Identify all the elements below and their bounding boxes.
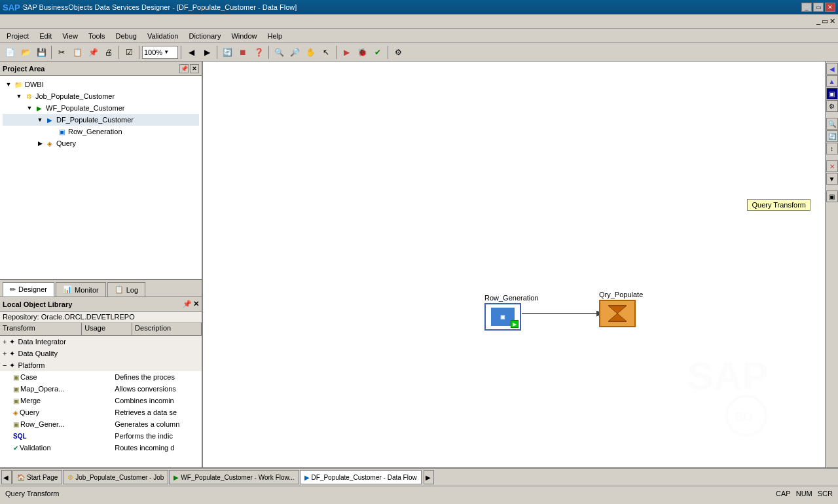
window-controls: _ ▭ ✕ [801,3,835,12]
tree-item-df[interactable]: ▼ ▶ DF_Populate_Customer [3,114,199,126]
back-btn[interactable]: ◀ [184,45,198,60]
menu-help[interactable]: Help [263,31,288,41]
left-panel: Project Area 📌 ✕ ▼ 📁 DWBI ▼ ⚙ Job_Popul [0,62,203,467]
menu-validation[interactable]: Validation [142,31,184,41]
tab-designer[interactable]: ✏ Designer [3,282,54,297]
zoom-box[interactable]: 100% ▼ [142,46,178,59]
group-data-quality[interactable]: + ✦ Data Quality [0,348,202,359]
stop-btn[interactable]: ⏹ [236,45,250,60]
menu-debug[interactable]: Debug [111,31,142,41]
inner-close-btn[interactable]: ✕ [829,17,835,26]
nav-prev[interactable]: ◀ [1,470,12,484]
lib-row-sql[interactable]: SQL Performs the indic [0,430,202,442]
toolbar-1: 📄 📂 💾 ✂ 📋 📌 🖨 ☑ 100% ▼ ◀ ▶ 🔄 ⏹ ❓ 🔍 🔎 ✋ ↖… [0,43,838,62]
rsb-btn-2[interactable]: ▲ [826,75,838,87]
tree-item-dwbi[interactable]: ▼ 📁 DWBI [3,79,199,90]
query-label: Query [56,139,76,147]
tree-item-rowgen[interactable]: ▣ Row_Generation [3,126,199,137]
project-area-close[interactable]: ✕ [190,64,199,73]
app-icon: SAP [3,3,20,12]
lib-row-rowgen[interactable]: ▣ Row_Gener... Generates a column [0,418,202,430]
query-transform-tooltip: Query Transform [747,199,811,211]
save-btn[interactable]: 💾 [34,45,48,60]
node-row-generation[interactable]: Row_Generation ▣ ▶ [484,294,539,331]
rsb-btn-9[interactable]: ▼ [826,173,838,185]
doc-tab-job[interactable]: ⚙ Job_Populate_Customer - Job [63,470,168,484]
svg-marker-4 [608,314,627,321]
open-btn[interactable]: 📂 [18,45,33,60]
tab-log[interactable]: 📋 Log [107,282,145,297]
rsb-btn-8[interactable]: ✕ [826,160,838,172]
menu-view[interactable]: View [57,31,83,41]
refresh-btn[interactable]: 🔄 [220,45,234,60]
lib-row-validation[interactable]: ✔ Validation Routes incoming d [0,442,202,454]
lib-row-query[interactable]: ◈ Query Retrieves a data se [0,406,202,418]
menu-dictionary[interactable]: Dictionary [183,31,226,41]
menu-tools[interactable]: Tools [83,31,111,41]
col-transform[interactable]: Transform [0,323,82,335]
tree-item-wf[interactable]: ▼ ▶ WF_Populate_Customer [3,102,199,114]
tree-item-query[interactable]: ▶ ◈ Query [3,137,199,149]
platform-toggle: − [0,361,7,369]
qry-populate-label: Qry_Populate [599,291,643,298]
rsb-btn-1[interactable]: ◀ [826,63,838,75]
local-lib-close[interactable]: ✕ [193,300,199,308]
lib-row-case[interactable]: ▣ Case Defines the proces [0,371,202,383]
paste-btn[interactable]: 📌 [86,45,100,60]
lib-row-merge[interactable]: ▣ Merge Combines incomin [0,395,202,406]
new-btn[interactable]: 📄 [3,45,17,60]
nav-next[interactable]: ▶ [424,470,434,484]
merge-icon: ▣ [13,397,19,405]
doc-tab-wf[interactable]: ▶ WF_Populate_Customer - Work Flow... [169,470,299,484]
node-qry-populate[interactable]: Qry_Populate [599,291,643,327]
forward-btn[interactable]: ▶ [200,45,214,60]
local-lib-pin[interactable]: 📌 [183,300,192,308]
tab-monitor[interactable]: 📊 Monitor [56,282,106,297]
node-row-generation-label: Row_Generation [484,294,539,302]
connection-lines [203,62,825,467]
doc-tab-df[interactable]: ▶ DF_Populate_Customer - Data Flow [300,470,422,484]
rsb-btn-7[interactable]: ↕ [826,143,838,154]
project-area-title: Project Area [3,65,45,73]
restore-btn[interactable]: ▭ [813,3,824,12]
select-btn[interactable]: ↖ [319,45,333,60]
svg-text:SAP: SAP [687,354,768,398]
check-btn[interactable]: ☑ [122,45,136,60]
execute-btn[interactable]: ▶ [339,45,354,60]
inner-minimize-btn[interactable]: _ [816,17,820,26]
pan-btn[interactable]: ✋ [303,45,318,60]
lib-query-icon: ◈ [13,409,18,416]
rsb-btn-6[interactable]: 🔄 [826,130,838,142]
cut-btn[interactable]: ✂ [54,45,69,60]
menu-project[interactable]: Project [1,31,34,41]
rsb-btn-5[interactable]: 🔍 [826,118,838,130]
doc-tab-startpage[interactable]: 🏠 Start Page [12,470,62,484]
col-usage[interactable]: Usage [82,323,132,335]
group-platform[interactable]: − ✦ Platform [0,359,202,371]
debug-btn[interactable]: 🐞 [355,45,369,60]
zoom-in-btn[interactable]: 🔍 [272,45,286,60]
canvas[interactable]: SAP BO Row_Generation ▣ [203,62,825,467]
zoom-out-btn[interactable]: 🔎 [287,45,302,60]
watermark: SAP BO [681,324,812,454]
inner-restore-btn[interactable]: ▭ [822,17,828,26]
rsb-btn-4[interactable]: ⚙ [826,100,838,112]
help-btn[interactable]: ❓ [251,45,266,60]
group-data-integrator[interactable]: + ✦ Data Integrator [0,336,202,348]
qry-populate-box [599,300,636,327]
menu-window[interactable]: Window [226,31,262,41]
menu-edit[interactable]: Edit [34,31,57,41]
close-btn[interactable]: ✕ [825,3,835,12]
project-area-pin[interactable]: 📌 [179,64,189,73]
copy-btn[interactable]: 📋 [70,45,84,60]
local-lib-title: Local Object Library [3,300,72,308]
validate-btn[interactable]: ✔ [371,45,385,60]
tree-item-job[interactable]: ▼ ⚙ Job_Populate_Customer [3,90,199,102]
lib-row-mapopera[interactable]: ▣ Map_Opera... Allows conversions [0,383,202,395]
minimize-btn[interactable]: _ [801,3,812,12]
rsb-btn-3[interactable]: ▣ [826,88,838,99]
col-description[interactable]: Description [132,323,202,335]
print-btn[interactable]: 🖨 [101,45,116,60]
rsb-btn-10[interactable]: ▣ [826,190,838,202]
options-btn[interactable]: ⚙ [391,45,405,60]
